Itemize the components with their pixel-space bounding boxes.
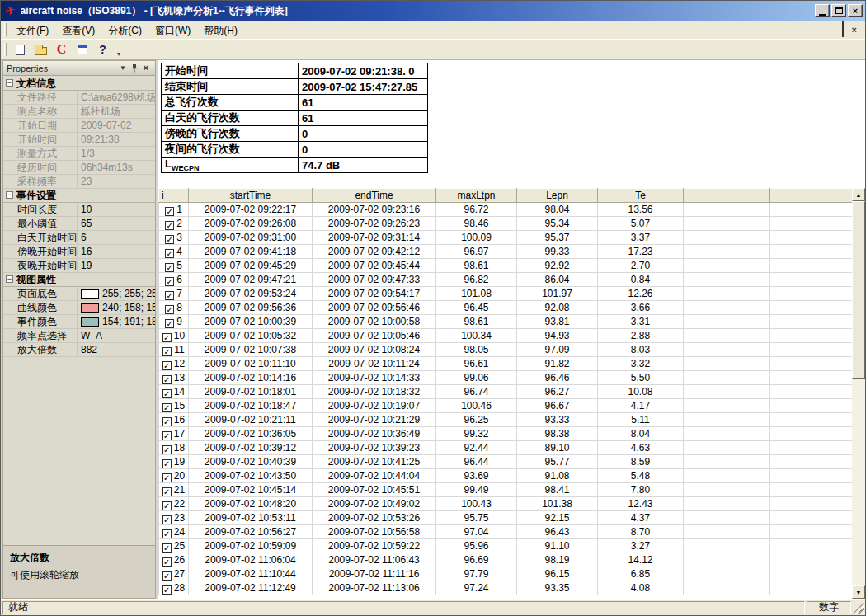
property-value[interactable]: 2009-07-02 <box>78 119 155 132</box>
property-section-header[interactable]: −文档信息 <box>3 77 155 91</box>
property-value[interactable]: 16 <box>78 245 155 258</box>
row-checkbox[interactable]: ✓ <box>162 585 172 595</box>
column-header[interactable]: startTime <box>189 189 313 203</box>
row-checkbox[interactable]: ✓ <box>165 207 174 216</box>
row-checkbox[interactable]: ✓ <box>162 403 172 412</box>
scrollbar-thumb[interactable] <box>852 201 865 379</box>
property-value[interactable]: 19 <box>78 259 155 272</box>
property-row[interactable]: 傍晚开始时间16 <box>3 245 155 259</box>
property-row[interactable]: 采样频率23 <box>3 175 155 189</box>
row-checkbox[interactable]: ✓ <box>162 515 172 524</box>
property-row[interactable]: 时间长度10 <box>3 203 155 217</box>
property-row[interactable]: 页面底色255; 255; 25 <box>3 287 155 301</box>
table-row[interactable]: ✓192009-07-02 10:40:392009-07-02 10:41:2… <box>159 455 855 469</box>
property-value[interactable]: 255; 255; 25 <box>78 287 155 300</box>
property-value[interactable]: 06h34m13s <box>78 161 155 174</box>
row-checkbox[interactable]: ✓ <box>165 263 174 272</box>
property-row[interactable]: 文件路径C:\awa6298\机场 <box>3 91 155 105</box>
row-checkbox[interactable]: ✓ <box>162 361 172 370</box>
property-value[interactable]: 栎社机场 <box>78 105 155 118</box>
row-checkbox[interactable]: ✓ <box>162 487 172 496</box>
property-row[interactable]: 最小阈值65 <box>3 217 155 231</box>
table-row[interactable]: ✓232009-07-02 10:53:112009-07-02 10:53:2… <box>159 511 855 525</box>
mdi-restore-button[interactable] <box>842 22 844 37</box>
table-row[interactable]: ✓12009-07-02 09:22:172009-07-02 09:23:16… <box>159 203 855 217</box>
row-checkbox[interactable]: ✓ <box>165 277 174 286</box>
property-value[interactable]: 154; 191; 18 <box>78 315 155 328</box>
table-row[interactable]: ✓52009-07-02 09:45:292009-07-02 09:45:44… <box>159 259 855 273</box>
row-checkbox[interactable]: ✓ <box>162 375 172 384</box>
table-row[interactable]: ✓132009-07-02 10:14:162009-07-02 10:14:3… <box>159 371 855 385</box>
row-checkbox[interactable]: ✓ <box>162 347 172 356</box>
menu-grip[interactable] <box>4 23 7 36</box>
scroll-down-button[interactable]: ▼ <box>852 585 865 599</box>
row-checkbox[interactable]: ✓ <box>162 459 172 468</box>
open-file-button[interactable] <box>31 40 51 59</box>
toolbar-grip[interactable] <box>4 43 7 56</box>
table-row[interactable]: ✓252009-07-02 10:59:092009-07-02 10:59:2… <box>159 539 855 553</box>
panel-dropdown-icon[interactable]: ▼ <box>117 63 129 74</box>
table-row[interactable]: ✓72009-07-02 09:53:242009-07-02 09:54:17… <box>159 287 855 301</box>
row-checkbox[interactable]: ✓ <box>162 557 172 567</box>
row-checkbox[interactable]: ✓ <box>162 333 172 342</box>
row-checkbox[interactable]: ✓ <box>162 473 172 482</box>
property-row[interactable]: 测量方式1/3 <box>3 147 155 161</box>
table-row[interactable]: ✓22009-07-02 09:26:082009-07-02 09:26:23… <box>159 217 855 231</box>
property-value[interactable]: 65 <box>78 217 155 230</box>
property-row[interactable]: 白天开始时间6 <box>3 231 155 245</box>
table-row[interactable]: ✓42009-07-02 09:41:182009-07-02 09:42:12… <box>159 245 855 259</box>
property-value[interactable]: 09:21:38 <box>78 133 155 146</box>
row-checkbox[interactable]: ✓ <box>162 389 172 398</box>
column-header-empty[interactable] <box>770 189 855 203</box>
property-value[interactable]: 10 <box>78 203 155 216</box>
table-row[interactable]: ✓182009-07-02 10:39:122009-07-02 10:39:2… <box>159 441 855 455</box>
property-value[interactable]: 1/3 <box>78 147 155 160</box>
row-checkbox[interactable]: ✓ <box>165 305 174 314</box>
table-row[interactable]: ✓92009-07-02 10:00:392009-07-02 10:00:58… <box>159 315 855 329</box>
maximize-button[interactable] <box>831 4 846 17</box>
property-value[interactable]: 23 <box>78 175 155 188</box>
row-checkbox[interactable]: ✓ <box>165 221 174 230</box>
property-section-header[interactable]: −视图属性 <box>3 273 155 287</box>
panel-pin-icon[interactable] <box>129 63 140 74</box>
mdi-close-button[interactable]: × <box>852 26 857 35</box>
menu-item[interactable]: 查看(V) <box>55 22 101 39</box>
scroll-up-button[interactable]: ▲ <box>852 188 865 201</box>
property-row[interactable]: 开始日期2009-07-02 <box>3 119 155 133</box>
property-row[interactable]: 事件颜色154; 191; 18 <box>3 315 155 329</box>
collapse-icon[interactable]: − <box>6 79 13 87</box>
collapse-icon[interactable]: − <box>6 191 13 199</box>
property-row[interactable]: 夜晚开始时间19 <box>3 259 155 273</box>
row-checkbox[interactable]: ✓ <box>165 249 174 258</box>
properties-button[interactable] <box>72 40 92 59</box>
row-checkbox[interactable]: ✓ <box>165 235 174 244</box>
column-header[interactable]: Te <box>598 189 684 203</box>
property-value[interactable]: C:\awa6298\机场 <box>78 91 155 104</box>
table-row[interactable]: ✓172009-07-02 10:36:052009-07-02 10:36:4… <box>159 427 855 441</box>
property-value[interactable]: 882 <box>78 343 155 356</box>
property-row[interactable]: 开始时间09:21:38 <box>3 133 155 147</box>
property-row[interactable]: 经历时间06h34m13s <box>3 161 155 175</box>
column-header[interactable]: i <box>159 189 189 203</box>
table-row[interactable]: ✓102009-07-02 10:05:322009-07-02 10:05:4… <box>159 329 855 343</box>
table-row[interactable]: ✓32009-07-02 09:31:002009-07-02 09:31:14… <box>159 231 855 245</box>
row-checkbox[interactable]: ✓ <box>165 291 174 300</box>
collapse-icon[interactable]: − <box>6 275 13 283</box>
table-row[interactable]: ✓262009-07-02 11:06:042009-07-02 11:06:4… <box>159 553 855 567</box>
table-row[interactable]: ✓62009-07-02 09:47:212009-07-02 09:47:33… <box>159 273 855 287</box>
column-header[interactable]: maxLtpn <box>436 189 517 203</box>
table-row[interactable]: ✓142009-07-02 10:18:012009-07-02 10:18:3… <box>159 385 855 399</box>
menu-item[interactable]: 帮助(H) <box>197 22 244 39</box>
property-row[interactable]: 放大倍数882 <box>3 343 155 357</box>
toolbar-overflow-icon[interactable]: ▾ <box>113 50 125 59</box>
vertical-scrollbar[interactable]: ▲ ▼ <box>852 188 865 599</box>
row-checkbox[interactable]: ✓ <box>162 529 172 538</box>
title-bar[interactable]: ✈ aircraft noise（ISO3891） - [飞机噪声分析1--飞行… <box>1 1 865 21</box>
table-row[interactable]: ✓122009-07-02 10:11:102009-07-02 10:11:2… <box>159 357 855 371</box>
row-checkbox[interactable]: ✓ <box>165 319 174 328</box>
property-value[interactable]: 6 <box>78 231 155 244</box>
table-row[interactable]: ✓82009-07-02 09:56:362009-07-02 09:56:46… <box>159 301 855 315</box>
table-row[interactable]: ✓282009-07-02 11:12:492009-07-02 11:13:0… <box>159 581 855 595</box>
panel-close-icon[interactable]: × <box>140 63 152 74</box>
table-row[interactable]: ✓242009-07-02 10:56:272009-07-02 10:56:5… <box>159 525 855 539</box>
